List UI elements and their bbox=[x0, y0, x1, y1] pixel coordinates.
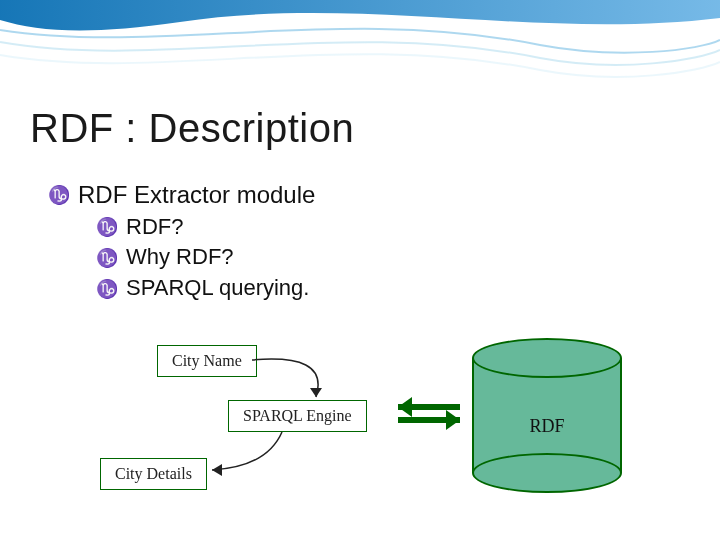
box-sparql-engine: SPARQL Engine bbox=[228, 400, 367, 432]
box-city-name: City Name bbox=[157, 345, 257, 377]
box-city-details: City Details bbox=[100, 458, 207, 490]
capricorn-bullet-icon: ♑ bbox=[96, 249, 118, 267]
rdf-cylinder-label: RDF bbox=[472, 416, 622, 437]
bullet-list: ♑ RDF Extractor module ♑ RDF? ♑ Why RDF?… bbox=[48, 178, 315, 304]
bullet-main-text: RDF Extractor module bbox=[78, 178, 315, 212]
rdf-cylinder: RDF bbox=[472, 338, 622, 493]
slide-title: RDF : Description bbox=[30, 106, 354, 151]
svg-marker-3 bbox=[398, 397, 412, 417]
bullet-sub-2: ♑ SPARQL querying. bbox=[96, 273, 315, 304]
header-wave-decor bbox=[0, 0, 720, 100]
capricorn-bullet-icon: ♑ bbox=[96, 280, 118, 298]
bullet-sub-text: Why RDF? bbox=[126, 242, 234, 273]
svg-marker-5 bbox=[446, 410, 460, 430]
capricorn-bullet-icon: ♑ bbox=[96, 218, 118, 236]
svg-marker-0 bbox=[310, 388, 322, 397]
bullet-sub-text: SPARQL querying. bbox=[126, 273, 309, 304]
capricorn-bullet-icon: ♑ bbox=[48, 186, 70, 204]
bullet-sub-text: RDF? bbox=[126, 212, 183, 243]
bullet-sub-0: ♑ RDF? bbox=[96, 212, 315, 243]
bullet-sub-1: ♑ Why RDF? bbox=[96, 242, 315, 273]
svg-marker-1 bbox=[212, 464, 222, 476]
bullet-main: ♑ RDF Extractor module bbox=[48, 178, 315, 212]
